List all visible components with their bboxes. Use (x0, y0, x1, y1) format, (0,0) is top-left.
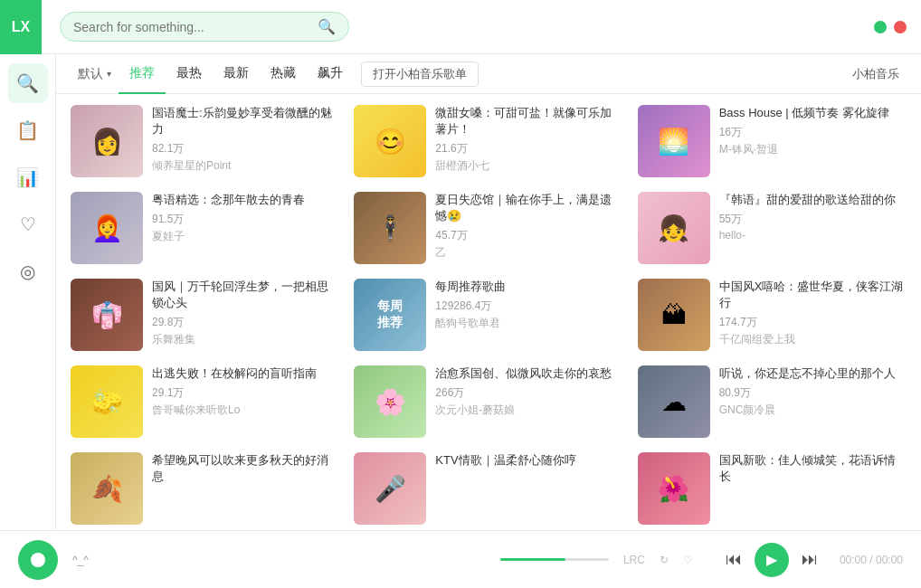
card-count: 16万 (719, 125, 907, 140)
close-button[interactable] (894, 21, 907, 33)
card-count: 55万 (719, 212, 907, 227)
card-info: 『韩语』甜的爱甜的歌送给甜的你 55万 hello- (719, 192, 907, 242)
chevron-down-icon: ▾ (107, 69, 111, 79)
loop-icon[interactable]: ↻ (660, 554, 669, 566)
lrc-button[interactable]: LRC (623, 554, 645, 566)
header: LX 🔍 (0, 0, 921, 54)
playlist-grid: 👩 国语魔士:乐韵曼妙享受着微醺的魅力 82.1万 倾养星星的Point 😊 微… (56, 94, 921, 530)
card-author: 千亿闯组爱上我 (719, 332, 907, 347)
card-info: 治愈系国创、似微风吹走你的哀愁 266万 次元小姐-蘑菇娘 (435, 365, 622, 418)
search-icon: 🔍 (16, 72, 39, 94)
tab-default[interactable]: 默认 ▾ (71, 54, 119, 94)
card-title: 治愈系国创、似微风吹走你的哀愁 (435, 365, 622, 382)
list-item[interactable]: 👘 国风｜万千轮回浮生梦，一把相思锁心头 29.8万 乐舞雅集 (71, 279, 339, 351)
list-item[interactable]: 🕴 夏日失恋馆｜输在你手上，满是遗憾😢 45.7万 乙 (354, 192, 622, 264)
card-thumbnail: 👘 (71, 279, 143, 351)
card-count: 29.1万 (152, 385, 339, 401)
card-thumbnail: 👩‍🦰 (71, 192, 143, 264)
list-item[interactable]: 🎤 KTV情歌｜温柔舒心随你哼 (354, 452, 622, 525)
play-button[interactable]: ▶ (755, 543, 789, 577)
progress-bar[interactable] (500, 558, 609, 561)
card-title: 出逃失败！在校解闷的盲听指南 (152, 365, 339, 382)
heart-icon: ♡ (20, 213, 36, 235)
card-thumbnail: 🕴 (354, 192, 426, 264)
card-info: 国风｜万千轮回浮生梦，一把相思锁心头 29.8万 乐舞雅集 (152, 279, 339, 347)
list-item[interactable]: 每周推荐 每周推荐歌曲 129286.4万 酷狗号歌单君 (354, 279, 622, 351)
card-title: 粤语精选：念那年散去的青春 (152, 192, 339, 208)
card-thumbnail: 🍂 (71, 452, 143, 525)
chart-icon: 📊 (16, 166, 39, 188)
sidebar-item-library[interactable]: 📋 (8, 110, 48, 150)
card-count: 82.1万 (152, 141, 339, 156)
card-author: 乙 (435, 245, 622, 261)
card-title: 国语魔士:乐韵曼妙享受着微醺的魅力 (152, 105, 339, 138)
list-item[interactable]: 👧 『韩语』甜的爱甜的歌送给甜的你 55万 hello- (638, 192, 907, 264)
list-item[interactable]: 🏔 中国风X嘻哈：盛世华夏，侠客江湖行 174.7万 千亿闯组爱上我 (638, 279, 907, 351)
tab-right-label[interactable]: 小柏音乐 (845, 62, 907, 86)
sidebar-item-search[interactable]: 🔍 (8, 63, 48, 103)
prev-button[interactable]: ⏮ (726, 550, 742, 569)
grid-row-4: 🧽 出逃失败！在校解闷的盲听指南 29.1万 曾哥喊你来听歌Lo 🌸 治愈系国创… (71, 365, 907, 438)
card-info: 国风新歌：佳人倾城笑，花语诉情长 (719, 452, 907, 488)
list-item[interactable]: 🧽 出逃失败！在校解闷的盲听指南 29.1万 曾哥喊你来听歌Lo (71, 365, 339, 438)
sidebar-item-chart[interactable]: 📊 (8, 157, 48, 197)
card-title: 微甜女嗓：可甜可盐！就像可乐加薯片！ (435, 105, 622, 138)
list-item[interactable]: 👩 国语魔士:乐韵曼妙享受着微醺的魅力 82.1万 倾养星星的Point (71, 105, 339, 177)
card-author: 甜橙酒小七 (435, 158, 622, 174)
list-item[interactable]: 😊 微甜女嗓：可甜可盐！就像可乐加薯片！ 21.6万 甜橙酒小七 (354, 105, 622, 177)
sidebar-item-favorites[interactable]: ♡ (8, 204, 48, 244)
card-author: M-钵风·暂退 (719, 142, 907, 157)
tab-rising[interactable]: 飙升 (307, 54, 354, 94)
card-info: 每周推荐歌曲 129286.4万 酷狗号歌单君 (435, 279, 622, 331)
tabs-bar: 默认 ▾ 推荐 最热 最新 热藏 飙升 打开小柏音乐歌单 小柏音乐 (56, 54, 921, 94)
card-info: 微甜女嗓：可甜可盐！就像可乐加薯片！ 21.6万 甜橙酒小七 (435, 105, 622, 174)
list-item[interactable]: 🌅 Bass House | 低频节奏 雾化旋律 16万 M-钵风·暂退 (638, 105, 907, 177)
list-item[interactable]: 👩‍🦰 粤语精选：念那年散去的青春 91.5万 夏娃子 (71, 192, 339, 264)
search-bar[interactable]: 🔍 (60, 12, 349, 42)
search-icon[interactable]: 🔍 (318, 18, 336, 35)
window-controls (874, 21, 907, 33)
card-info: 粤语精选：念那年散去的青春 91.5万 夏娃子 (152, 192, 339, 244)
card-title: KTV情歌｜温柔舒心随你哼 (435, 452, 622, 469)
card-author: 夏娃子 (152, 229, 339, 244)
tab-collected[interactable]: 热藏 (260, 54, 307, 94)
card-info: 中国风X嘻哈：盛世华夏，侠客江湖行 174.7万 千亿闯组爱上我 (719, 279, 907, 347)
card-count: 266万 (435, 385, 622, 401)
card-count: 129286.4万 (435, 299, 622, 314)
card-count: 45.7万 (435, 228, 622, 243)
player-thumb-inner (31, 553, 45, 567)
card-info: Bass House | 低频节奏 雾化旋律 16万 M-钵风·暂退 (719, 105, 907, 157)
card-author: 酷狗号歌单君 (435, 316, 622, 331)
card-info: KTV情歌｜温柔舒心随你哼 (435, 452, 622, 472)
tab-recommend[interactable]: 推荐 (119, 54, 166, 94)
search-input[interactable] (73, 20, 314, 34)
minimize-button[interactable] (874, 21, 887, 33)
list-item[interactable]: ☁ 听说，你还是忘不掉心里的那个人 80.9万 GNC颜冷晨 (638, 365, 907, 438)
card-count: 29.8万 (152, 315, 339, 330)
card-title: 夏日失恋馆｜输在你手上，满是遗憾😢 (435, 192, 622, 224)
list-item[interactable]: 🍂 希望晚风可以吹来更多秋天的好消息 (71, 452, 339, 525)
card-count: 21.6万 (435, 141, 622, 156)
card-title: Bass House | 低频节奏 雾化旋律 (719, 105, 907, 121)
card-info: 希望晚风可以吹来更多秋天的好消息 (152, 452, 339, 488)
grid-row-2: 👩‍🦰 粤语精选：念那年散去的青春 91.5万 夏娃子 🕴 夏日失恋馆｜输在你手… (71, 192, 907, 264)
sidebar-item-settings[interactable]: ◎ (8, 251, 48, 291)
tab-hot[interactable]: 最热 (166, 54, 213, 94)
card-title: 中国风X嘻哈：盛世华夏，侠客江湖行 (719, 279, 907, 311)
library-icon: 📋 (16, 119, 39, 141)
player-progress[interactable] (500, 558, 609, 561)
list-item[interactable]: 🌸 治愈系国创、似微风吹走你的哀愁 266万 次元小姐-蘑菇娘 (354, 365, 622, 438)
next-button[interactable]: ⏭ (802, 550, 818, 569)
card-thumbnail: 每周推荐 (354, 279, 426, 351)
player-bar: ^_^ LRC ↻ ♡ ⏮ ▶ ⏭ 00:00 / 00:00 (0, 530, 921, 588)
tab-new[interactable]: 最新 (213, 54, 260, 94)
app-logo: LX (0, 0, 42, 54)
card-author: 倾养星星的Point (152, 158, 339, 174)
list-item[interactable]: 🌺 国风新歌：佳人倾城笑，花语诉情长 (638, 452, 907, 525)
grid-row-5: 🍂 希望晚风可以吹来更多秋天的好消息 🎤 KTV情歌｜温柔舒心随你哼 (71, 452, 907, 525)
card-thumbnail: 👧 (638, 192, 710, 264)
heart-icon[interactable]: ♡ (683, 554, 693, 566)
card-thumbnail: 😊 (354, 105, 426, 177)
card-info: 出逃失败！在校解闷的盲听指南 29.1万 曾哥喊你来听歌Lo (152, 365, 339, 418)
tab-open-music-btn[interactable]: 打开小柏音乐歌单 (361, 62, 479, 87)
